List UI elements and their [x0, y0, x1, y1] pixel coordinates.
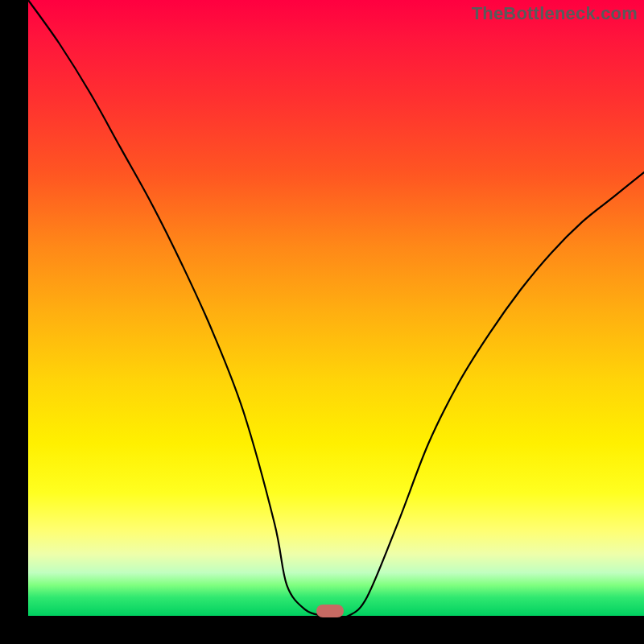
- curve-layer: [28, 0, 644, 616]
- optimum-marker: [316, 605, 344, 617]
- bottleneck-curve: [28, 0, 644, 616]
- plot-area: TheBottleneck.com: [28, 0, 644, 616]
- chart-frame: TheBottleneck.com: [0, 0, 644, 644]
